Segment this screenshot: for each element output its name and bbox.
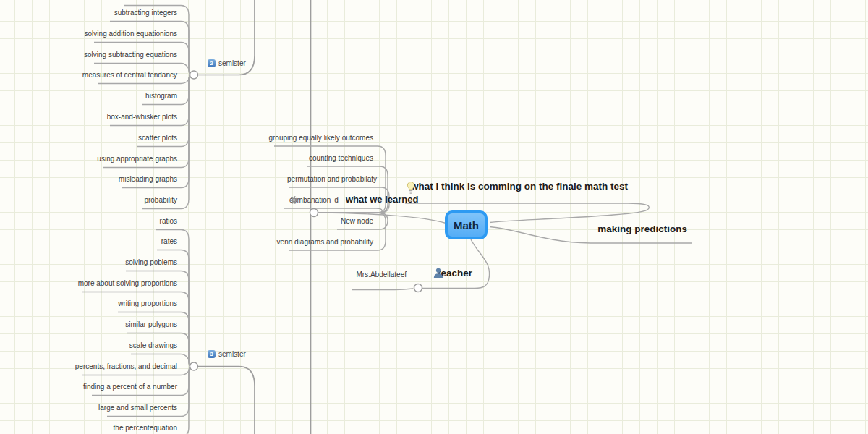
root-node-math[interactable]: Math <box>445 210 488 239</box>
map-node-solving-addition-equationions[interactable]: solving addition equationions <box>85 29 177 39</box>
node-label: probability <box>144 196 177 204</box>
node-semister-2[interactable]: 2 semister <box>208 59 246 67</box>
map-node-finding-a-percent-of-a-number[interactable]: finding a percent of a number <box>83 382 177 392</box>
node-label: scale drawings <box>129 341 177 349</box>
map-node-combanation[interactable]: combanationd <box>289 195 339 205</box>
map-node-solving-subtracting-equations[interactable]: solving subtracting equations <box>84 50 177 60</box>
map-node-scale-drawings[interactable]: scale drawings <box>129 341 177 351</box>
node-label: finding a percent of a number <box>83 383 177 391</box>
node-semister-3[interactable]: 3 semister <box>208 350 246 358</box>
map-node-venn-diagrams-and-probability[interactable]: venn diagrams and probability <box>277 237 373 247</box>
node-label: solving addition equationions <box>85 30 177 38</box>
priority-3-icon: 3 <box>208 350 216 358</box>
node-label: counting techniques <box>309 154 373 162</box>
node-label: what I think is comming on the finale ma… <box>411 181 628 192</box>
node-label: percents, fractions, and decimal <box>75 362 177 370</box>
node-label: writing proportions <box>118 299 177 307</box>
map-node-misleading-graphs[interactable]: misleading graphs <box>119 174 177 184</box>
node-label: measures of central tendancy <box>82 71 177 79</box>
root-label: Math <box>454 219 479 231</box>
node-label: using appropriate graphs <box>97 155 177 163</box>
node-label: misleading graphs <box>119 175 177 183</box>
node-label: permutation and probabilaty <box>287 175 377 183</box>
map-node-large-and-small-percents[interactable]: large and small percents <box>98 403 177 413</box>
node-label: more about solving proportions <box>78 279 177 287</box>
map-node-permutation-and-probabilaty[interactable]: permutation and probabilaty <box>287 174 377 184</box>
map-node-new-node[interactable]: New node <box>341 216 373 226</box>
node-label: New node <box>341 217 373 225</box>
priority-2-icon: 2 <box>208 59 216 67</box>
node-label: semister <box>218 350 246 358</box>
node-label: large and small percents <box>98 404 177 412</box>
node-label: rates <box>161 237 177 245</box>
map-node-grouping-equally-likely-outcomes[interactable]: grouping equally likely outcomes <box>268 133 373 143</box>
nodes-layer: venn diagrams and probabilityNew nodecom… <box>0 0 868 434</box>
map-node-counting-techniques[interactable]: counting techniques <box>309 153 373 163</box>
map-node-percents-fractions-and-decimal[interactable]: percents, fractions, and decimal <box>75 362 177 372</box>
node-what-i-think[interactable]: what I think is comming on the finale ma… <box>406 181 628 192</box>
node-label: solving subtracting equations <box>84 51 177 59</box>
node-label: scatter plots <box>138 134 177 142</box>
node-label-fragment: d <box>334 196 339 204</box>
map-node-solving-poblems[interactable]: solving poblems <box>125 258 177 268</box>
node-label: making predictions <box>597 224 687 234</box>
node-label: Mrs.Abdellateef <box>357 271 407 278</box>
node-mrs-abdellateef[interactable]: Mrs.Abdellateef <box>357 271 407 278</box>
node-label: similar polygons <box>125 320 177 328</box>
mindmap-canvas[interactable]: venn diagrams and probabilityNew nodecom… <box>0 0 868 434</box>
node-label: subtracting integers <box>114 9 177 17</box>
map-node-the-percentequation[interactable]: the percentequation <box>114 423 177 433</box>
node-label: semister <box>218 59 246 67</box>
map-node-histogram[interactable]: histogram <box>145 91 177 101</box>
map-node-ratios[interactable]: ratios <box>160 216 177 226</box>
node-making-predictions[interactable]: making predictions <box>597 224 687 234</box>
map-node-measures-of-central-tendancy[interactable]: measures of central tendancy <box>82 70 177 80</box>
map-node-similar-polygons[interactable]: similar polygons <box>125 320 177 330</box>
node-label: the percentequation <box>114 424 177 432</box>
map-node-using-appropriate-graphs[interactable]: using appropriate graphs <box>97 154 177 164</box>
node-label: what we learned <box>346 194 418 205</box>
node-label: grouping equally likely outcomes <box>268 134 373 142</box>
node-label: ratios <box>160 217 177 225</box>
map-node-more-about-solving-proportions[interactable]: more about solving proportions <box>78 278 177 289</box>
map-node-writing-proportions[interactable]: writing proportions <box>118 299 177 309</box>
node-label: box-and-whisker plots <box>107 113 177 121</box>
node-label: histogram <box>145 92 177 100</box>
map-node-rates[interactable]: rates <box>161 237 177 247</box>
node-what-we-learned[interactable]: what we learned <box>346 194 418 205</box>
map-node-subtracting-integers[interactable]: subtracting integers <box>114 8 177 18</box>
node-label: venn diagrams and probability <box>277 238 373 246</box>
map-node-box-and-whisker-plots[interactable]: box-and-whisker plots <box>107 112 177 122</box>
node-teacher[interactable]: teacher <box>433 268 472 278</box>
map-node-probability[interactable]: probability <box>144 195 177 205</box>
node-label: solving poblems <box>125 258 177 266</box>
map-node-scatter-plots[interactable]: scatter plots <box>138 133 177 143</box>
